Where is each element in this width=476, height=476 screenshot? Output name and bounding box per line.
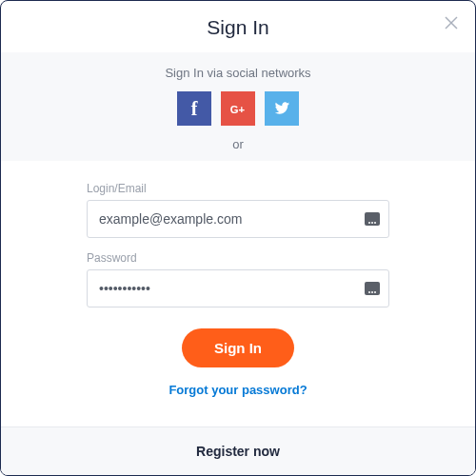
- password-label: Password: [87, 251, 389, 265]
- signin-modal: Sign In Sign In via social networks f G+…: [0, 0, 476, 476]
- login-field: Login/Email: [87, 182, 389, 238]
- google-plus-icon: G+: [229, 100, 247, 117]
- facebook-button[interactable]: f: [177, 91, 211, 126]
- twitter-button[interactable]: [265, 91, 299, 126]
- form-actions: Sign In Forgot your password?: [87, 328, 389, 398]
- sign-in-button[interactable]: Sign In: [182, 328, 294, 367]
- twitter-icon: [273, 100, 290, 117]
- close-icon[interactable]: [443, 14, 460, 35]
- form-section: Login/Email Password Sign In Forgot your…: [1, 161, 475, 411]
- forgot-password-link[interactable]: Forgot your password?: [169, 383, 307, 397]
- modal-title: Sign In: [1, 16, 475, 39]
- social-section: Sign In via social networks f G+ or: [1, 52, 475, 161]
- social-buttons-row: f G+: [1, 91, 475, 126]
- keypass-icon[interactable]: [365, 282, 380, 295]
- facebook-icon: f: [191, 98, 198, 120]
- modal-footer: Register now: [1, 426, 475, 475]
- login-input[interactable]: [87, 200, 389, 238]
- modal-header: Sign In: [1, 1, 475, 52]
- or-separator-text: or: [1, 137, 475, 151]
- keypass-icon[interactable]: [365, 212, 380, 226]
- register-link[interactable]: Register now: [196, 444, 280, 459]
- google-plus-button[interactable]: G+: [221, 91, 255, 126]
- login-label: Login/Email: [87, 182, 389, 195]
- svg-text:G+: G+: [230, 104, 246, 115]
- password-field: Password: [87, 251, 389, 307]
- password-input[interactable]: [87, 269, 389, 307]
- social-networks-text: Sign In via social networks: [1, 66, 475, 80]
